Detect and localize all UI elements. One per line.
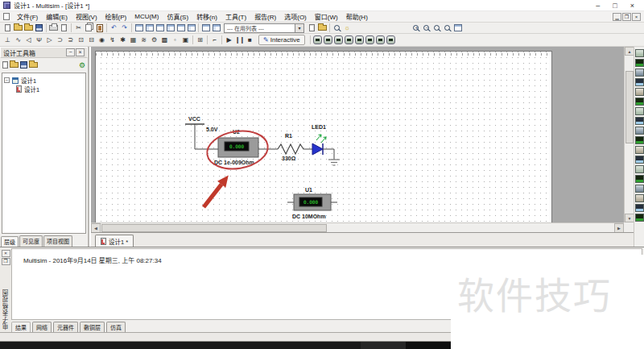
place-mixed-icon[interactable]: ⊟	[86, 35, 97, 45]
place-connector-icon[interactable]: ◦	[170, 35, 180, 45]
schematic-canvas[interactable]: VCC 5.0V U2 0.000 DC 1e-009Ohm R1 330Ω	[91, 47, 624, 222]
in-use-list-dropdown[interactable]: --- 在用列表 --- ▾	[224, 23, 304, 33]
save-icon[interactable]	[34, 23, 44, 33]
logic-converter-sidebar-icon[interactable]	[635, 136, 644, 144]
resistor-r1[interactable]: R1 330Ω	[278, 133, 312, 161]
redo-icon[interactable]: ↷	[119, 23, 130, 33]
zoom-out-icon[interactable]: −	[421, 23, 431, 33]
new-design-icon[interactable]	[2, 61, 8, 69]
postprocessor-icon[interactable]	[165, 23, 175, 33]
place-diode-icon[interactable]: ◁	[23, 35, 34, 45]
place-transistor-icon[interactable]: Ψ	[34, 35, 44, 45]
spreadsheet-undock-button[interactable]: ❐	[2, 258, 10, 265]
help-hint-icon[interactable]: ☼	[342, 23, 353, 33]
minimize-button[interactable]: –	[596, 1, 600, 10]
zoom-in-icon[interactable]: +	[411, 23, 421, 33]
collapse-icon[interactable]: −	[4, 77, 10, 83]
word-generator-icon[interactable]	[376, 35, 385, 44]
place-basic-icon[interactable]: ∿	[13, 35, 23, 45]
word-generator-sidebar-icon[interactable]	[635, 117, 644, 125]
menu-simulate[interactable]: 仿真(S)	[163, 12, 192, 21]
place-electromechanical-icon[interactable]: ⚙	[149, 35, 159, 45]
menu-window[interactable]: 窗口(W)	[311, 12, 342, 21]
new-file-icon[interactable]	[2, 23, 13, 33]
place-analog-icon[interactable]: ▷	[44, 35, 55, 45]
tab-design1[interactable]: 设计1 *	[95, 235, 134, 247]
tab-components[interactable]: 元器件	[53, 322, 78, 333]
place-power-icon[interactable]: ↯	[107, 35, 118, 45]
logic-analyzer-icon[interactable]	[386, 35, 395, 44]
place-advanced-peripherals-icon[interactable]: ▦	[128, 35, 138, 45]
oscilloscope-icon[interactable]	[345, 35, 353, 44]
distortion-analyzer-sidebar-icon[interactable]	[635, 156, 644, 164]
find-icon[interactable]	[332, 23, 342, 33]
spectrum-analyzer-sidebar-icon[interactable]	[635, 165, 644, 173]
menu-help[interactable]: 帮助(H)	[342, 12, 372, 21]
place-cmos-icon[interactable]: ⊇	[65, 35, 76, 45]
menu-tools[interactable]: 工具(T)	[221, 12, 250, 21]
stop-simulation-button[interactable]: ■	[245, 35, 255, 45]
gear-icon[interactable]: ⚙	[79, 61, 85, 69]
open-sample-icon[interactable]	[23, 23, 34, 33]
interactive-button[interactable]: ✎ Interactive	[258, 35, 305, 45]
agilent-scope-sidebar-icon[interactable]	[635, 204, 644, 212]
rename-refdes-icon[interactable]	[307, 23, 317, 33]
undo-icon[interactable]: ↶	[109, 23, 119, 33]
open-file-icon[interactable]	[13, 23, 23, 33]
maximize-button[interactable]: □	[613, 1, 617, 10]
grapher-icon[interactable]	[134, 23, 144, 33]
menu-reports[interactable]: 报告(R)	[250, 12, 280, 21]
close-button[interactable]: ×	[630, 1, 634, 10]
place-misc-icon[interactable]: ✱	[118, 35, 128, 45]
vcc-power-symbol[interactable]: VCC 5.0V	[185, 116, 218, 132]
environment-icon[interactable]	[317, 23, 328, 33]
tree-root-design1[interactable]: − 设计1	[4, 76, 84, 85]
menu-place[interactable]: 绘制(P)	[101, 12, 131, 21]
horizontal-scrollbar[interactable]: ◀ ▶	[91, 222, 624, 232]
spice-netlist-icon[interactable]	[155, 23, 165, 33]
oscilloscope-sidebar-icon[interactable]	[635, 78, 644, 86]
tab-results[interactable]: 结果	[11, 322, 31, 333]
multimeter-sidebar-icon[interactable]	[635, 49, 644, 57]
tab-copper-layers[interactable]: 敷铜层	[80, 322, 105, 333]
place-indicator-icon[interactable]: ◉	[97, 35, 107, 45]
function-generator-icon[interactable]	[324, 35, 332, 44]
agilent-fgen-sidebar-icon[interactable]	[635, 185, 644, 193]
bus-icon[interactable]: ⌐	[209, 35, 220, 45]
probe-u1[interactable]: U1 0.000 DC 10MOhm	[287, 187, 337, 219]
save-design-icon[interactable]	[20, 61, 27, 69]
graph-icon[interactable]	[186, 23, 196, 33]
menu-view[interactable]: 视图(V)	[72, 12, 101, 21]
place-ni-component-icon[interactable]: ▩	[159, 35, 170, 45]
mdi-minimize-button[interactable]: ▁	[613, 13, 621, 21]
spreadsheet-view-icon[interactable]	[144, 23, 155, 33]
copy-icon[interactable]	[84, 23, 94, 33]
spreadsheet-close-button[interactable]: ×	[2, 250, 10, 257]
four-channel-scope-sidebar-icon[interactable]	[635, 88, 644, 96]
vertical-scroll-thumb[interactable]	[625, 71, 634, 143]
frequency-counter-icon[interactable]	[365, 35, 374, 44]
agilent-multimeter-sidebar-icon[interactable]	[635, 194, 644, 202]
new-folder-icon[interactable]	[29, 62, 38, 68]
menu-transfer[interactable]: 转移(n)	[192, 12, 221, 21]
logic-analyzer-sidebar-icon[interactable]	[635, 127, 644, 135]
wattmeter-icon[interactable]	[334, 35, 343, 44]
network-analyzer-sidebar-icon[interactable]	[635, 175, 644, 183]
tab-project-view[interactable]: 项目视图	[43, 235, 72, 247]
run-simulation-button[interactable]: ▶	[224, 35, 234, 45]
tab-hierarchy[interactable]: 层级	[1, 236, 19, 247]
panel-close-button[interactable]: ×	[76, 48, 85, 56]
horizontal-scroll-thumb[interactable]	[101, 224, 327, 232]
tektronix-scope-sidebar-icon[interactable]	[635, 214, 644, 222]
menu-mcu[interactable]: MCU(M)	[130, 13, 163, 20]
cut-icon[interactable]: ✂	[73, 23, 84, 33]
iv-analyzer-sidebar-icon[interactable]	[635, 146, 644, 154]
led1[interactable]: LED1	[312, 124, 326, 155]
database-manager-icon[interactable]	[211, 23, 221, 33]
wire-led-to-ground[interactable]	[323, 149, 334, 160]
component-wizard-icon[interactable]	[200, 23, 211, 33]
paste-icon[interactable]	[94, 23, 105, 33]
place-ttl-icon[interactable]: ⊃	[55, 35, 65, 45]
function-generator-sidebar-icon[interactable]	[635, 59, 644, 67]
wattmeter-sidebar-icon[interactable]	[635, 69, 644, 77]
